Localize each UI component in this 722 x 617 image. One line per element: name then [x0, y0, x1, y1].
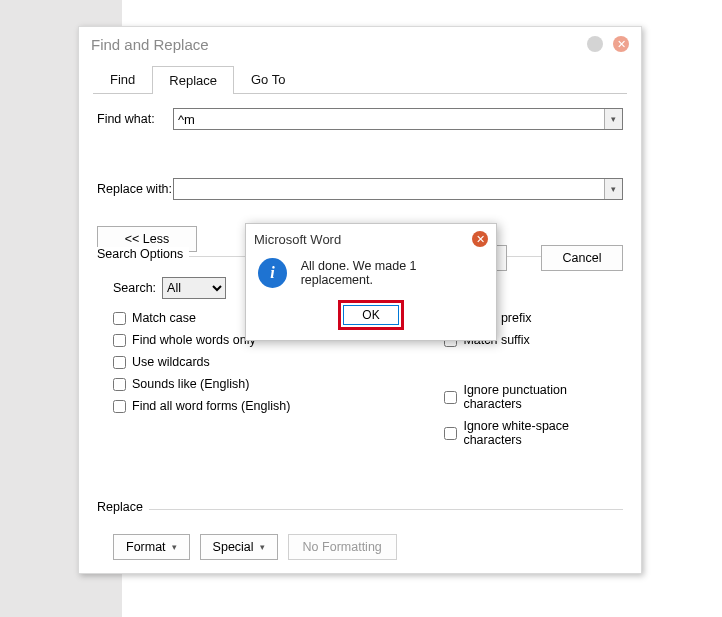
ignore-punctuation-label: Ignore punctuation characters: [463, 383, 623, 411]
dialog-title: Find and Replace: [91, 36, 577, 53]
word-forms-checkbox[interactable]: [113, 400, 126, 413]
search-direction-label: Search:: [113, 281, 156, 295]
format-button[interactable]: Format▾: [113, 534, 190, 560]
match-case-label: Match case: [132, 311, 196, 325]
message-box-title: Microsoft Word: [254, 232, 472, 247]
close-icon[interactable]: ✕: [472, 231, 488, 247]
tab-goto-label: Go To: [251, 72, 285, 87]
caret-down-icon: ▾: [260, 542, 265, 552]
replace-with-row: Replace with: ▾: [97, 178, 623, 200]
help-icon[interactable]: [587, 36, 603, 52]
ignore-whitespace-label: Ignore white-space characters: [463, 419, 623, 447]
replace-with-label: Replace with:: [97, 182, 173, 196]
find-what-dropdown-icon[interactable]: ▾: [604, 109, 622, 129]
find-what-input[interactable]: [173, 108, 623, 130]
use-wildcards-label: Use wildcards: [132, 355, 210, 369]
ignore-punctuation-checkbox[interactable]: [444, 391, 457, 404]
use-wildcards-checkbox[interactable]: [113, 356, 126, 369]
tab-replace[interactable]: Replace: [152, 66, 234, 94]
close-icon[interactable]: ✕: [613, 36, 629, 52]
ignore-whitespace-checkbox[interactable]: [444, 427, 457, 440]
tab-find[interactable]: Find: [93, 65, 152, 93]
sounds-like-label: Sounds like (English): [132, 377, 249, 391]
ok-button-highlight: OK: [338, 300, 404, 330]
word-forms-label: Find all word forms (English): [132, 399, 290, 413]
replace-section-label: Replace: [97, 509, 623, 524]
tab-bar: Find Replace Go To: [93, 65, 627, 94]
find-what-row: Find what: ▾: [97, 108, 623, 130]
ok-button[interactable]: OK: [343, 305, 399, 325]
find-what-label: Find what:: [97, 112, 173, 126]
replace-section: Replace Format▾ Special▾ No Formatting: [97, 509, 623, 560]
find-whole-words-checkbox[interactable]: [113, 334, 126, 347]
dialog-header: Find and Replace ✕: [79, 27, 641, 61]
tab-replace-label: Replace: [169, 73, 217, 88]
caret-down-icon: ▾: [172, 542, 177, 552]
message-box-header: Microsoft Word ✕: [246, 224, 496, 254]
tab-find-label: Find: [110, 72, 135, 87]
message-box: Microsoft Word ✕ i All done. We made 1 r…: [245, 223, 497, 341]
message-box-text: All done. We made 1 replacement.: [301, 259, 484, 287]
cancel-button[interactable]: Cancel: [541, 245, 623, 271]
match-case-checkbox[interactable]: [113, 312, 126, 325]
search-direction-select[interactable]: All: [162, 277, 226, 299]
tab-goto[interactable]: Go To: [234, 65, 302, 93]
replace-with-input[interactable]: [173, 178, 623, 200]
no-formatting-button: No Formatting: [288, 534, 397, 560]
find-whole-words-label: Find whole words only: [132, 333, 256, 347]
info-icon: i: [258, 258, 287, 288]
replace-with-dropdown-icon[interactable]: ▾: [604, 179, 622, 199]
special-button[interactable]: Special▾: [200, 534, 278, 560]
sounds-like-checkbox[interactable]: [113, 378, 126, 391]
